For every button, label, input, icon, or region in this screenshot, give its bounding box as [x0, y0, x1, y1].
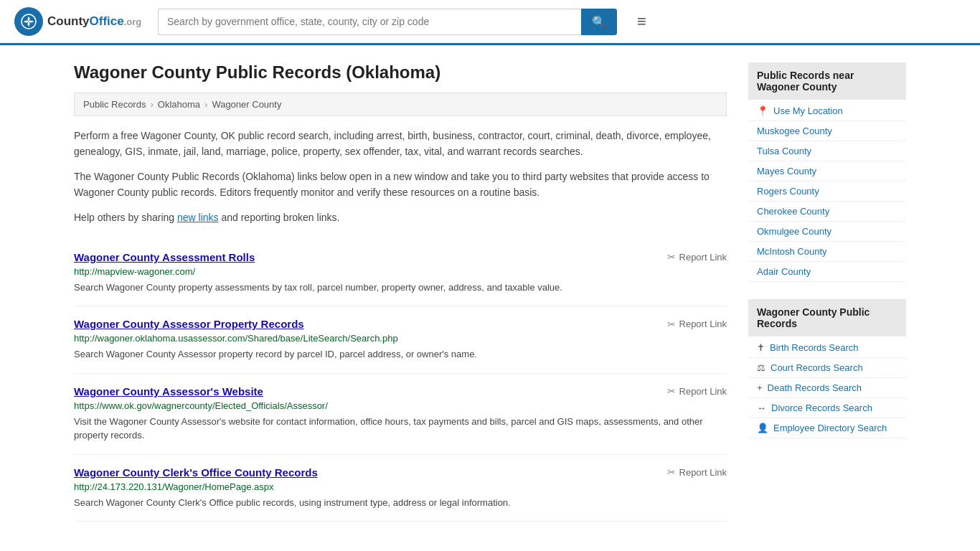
report-icon-2: ✂ [667, 385, 676, 397]
menu-button[interactable]: ≡ [631, 9, 652, 34]
record-desc-0: Search Wagoner County property assessmen… [74, 281, 727, 295]
breadcrumb-oklahoma[interactable]: Oklahoma [158, 99, 200, 110]
location-label: Use My Location [773, 105, 843, 116]
breadcrumb: Public Records › Oklahoma › Wagoner Coun… [74, 93, 727, 116]
sidebar-county-6[interactable]: McIntosh County [748, 242, 906, 262]
sidebar-record-label-3: Divorce Records Search [771, 402, 872, 413]
record-url-0[interactable]: http://mapview-wagoner.com/ [74, 266, 727, 277]
public-records-section: Wagoner County Public Records ✝Birth Rec… [748, 299, 906, 438]
report-link-label-3: Report Link [679, 467, 727, 478]
sidebar-record-icon-4: 👤 [757, 423, 768, 433]
sidebar-record-icon-2: + [757, 382, 763, 393]
record-title-0[interactable]: Wagoner County Assessment Rolls [74, 251, 255, 263]
sidebar-record-label-4: Employee Directory Search [773, 423, 887, 433]
record-url-1[interactable]: http://wagoner.oklahoma.usassessor.com/S… [74, 333, 727, 344]
breadcrumb-sep-2: › [204, 99, 207, 110]
breadcrumb-public-records[interactable]: Public Records [83, 99, 146, 110]
sidebar-county-5[interactable]: Okmulgee County [748, 222, 906, 242]
report-link-2[interactable]: ✂ Report Link [667, 385, 727, 397]
logo-county-text: County [47, 14, 90, 29]
intro-paragraph-3: Help others by sharing new links and rep… [74, 209, 727, 225]
record-item: Wagoner County Clerk's Office County Rec… [74, 455, 727, 522]
sidebar-record-icon-1: ⚖ [757, 362, 765, 373]
record-url-2[interactable]: https://www.ok.gov/wagnercounty/Elected_… [74, 400, 727, 411]
logo-office-text: Office [90, 14, 124, 29]
sidebar: Public Records near Wagoner County 📍 Use… [748, 62, 906, 522]
nearby-section: Public Records near Wagoner County 📍 Use… [748, 62, 906, 282]
sidebar-record-icon-3: ↔ [757, 402, 766, 413]
use-my-location[interactable]: 📍 Use My Location [748, 101, 906, 121]
report-icon-0: ✂ [667, 251, 676, 263]
search-input[interactable] [158, 9, 581, 35]
record-title-2[interactable]: Wagoner County Assessor's Website [74, 385, 263, 397]
sidebar-county-0[interactable]: Muskogee County [748, 121, 906, 141]
sidebar-county-2[interactable]: Mayes County [748, 161, 906, 182]
record-desc-1: Search Wagoner County Assessor property … [74, 347, 727, 362]
record-title-1[interactable]: Wagoner County Assessor Property Records [74, 318, 304, 330]
sidebar-record-item-0[interactable]: ✝Birth Records Search [748, 338, 906, 358]
records-list: Wagoner County Assessment Rolls ✂ Report… [74, 240, 727, 522]
sidebar-county-4[interactable]: Cherokee County [748, 202, 906, 222]
breadcrumb-sep-1: › [150, 99, 153, 110]
record-desc-2: Visit the Wagoner County Assessor's webs… [74, 415, 727, 443]
report-icon-3: ✂ [667, 466, 676, 478]
intro3-post: and reporting broken links. [219, 212, 340, 223]
intro-paragraph-2: The Wagoner County Public Records (Oklah… [74, 169, 727, 201]
record-title-3[interactable]: Wagoner County Clerk's Office County Rec… [74, 466, 318, 479]
sidebar-record-icon-0: ✝ [757, 342, 765, 353]
logo-icon [14, 7, 43, 36]
nearby-counties-list: Muskogee CountyTulsa CountyMayes CountyR… [748, 121, 906, 282]
search-button[interactable]: 🔍 [581, 9, 617, 35]
report-link-3[interactable]: ✂ Report Link [667, 466, 727, 478]
sidebar-record-item-4[interactable]: 👤Employee Directory Search [748, 418, 906, 438]
sidebar-record-label-1: Court Records Search [771, 362, 863, 373]
report-icon-1: ✂ [667, 319, 676, 330]
report-link-label-0: Report Link [679, 252, 727, 263]
record-item: Wagoner County Assessor Property Records… [74, 306, 727, 374]
sidebar-record-label-2: Death Records Search [768, 382, 862, 393]
report-link-label-1: Report Link [679, 319, 727, 329]
search-area: 🔍 [158, 9, 617, 35]
menu-icon: ≡ [637, 12, 646, 30]
logo-org-text: .org [124, 17, 142, 27]
public-records-title: Wagoner County Public Records [748, 299, 906, 336]
sidebar-record-item-3[interactable]: ↔Divorce Records Search [748, 398, 906, 418]
intro-paragraph-1: Perform a free Wagoner County, OK public… [74, 128, 727, 160]
new-links-link[interactable]: new links [177, 212, 219, 223]
search-icon: 🔍 [592, 16, 606, 28]
report-link-0[interactable]: ✂ Report Link [667, 251, 727, 263]
sidebar-county-3[interactable]: Rogers County [748, 182, 906, 202]
sidebar-record-item-1[interactable]: ⚖Court Records Search [748, 358, 906, 378]
location-icon: 📍 [757, 105, 768, 116]
sidebar-record-item-2[interactable]: +Death Records Search [748, 378, 906, 398]
logo[interactable]: CountyOffice.org [14, 7, 143, 36]
sidebar-county-1[interactable]: Tulsa County [748, 141, 906, 161]
intro3-pre: Help others by sharing [74, 212, 177, 223]
report-link-label-2: Report Link [679, 386, 727, 397]
breadcrumb-wagoner: Wagoner County [212, 99, 281, 110]
report-link-1[interactable]: ✂ Report Link [667, 319, 727, 330]
record-item: Wagoner County Assessment Rolls ✂ Report… [74, 240, 727, 307]
record-desc-3: Search Wagoner County Clerk's Office pub… [74, 496, 727, 510]
record-item: Wagoner County Assessor's Website ✂ Repo… [74, 374, 727, 455]
nearby-title: Public Records near Wagoner County [748, 62, 906, 100]
sidebar-county-7[interactable]: Adair County [748, 262, 906, 282]
sidebar-records-list: ✝Birth Records Search⚖Court Records Sear… [748, 338, 906, 438]
record-url-3[interactable]: http://24.173.220.131/Wagoner/HomePage.a… [74, 481, 727, 492]
page-title: Wagoner County Public Records (Oklahoma) [74, 62, 727, 83]
sidebar-record-label-0: Birth Records Search [770, 342, 859, 353]
